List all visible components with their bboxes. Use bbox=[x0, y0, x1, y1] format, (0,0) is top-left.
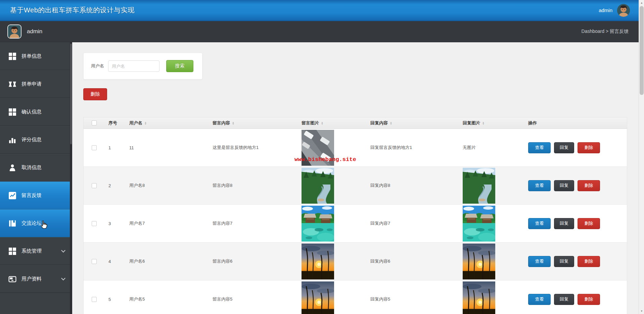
cell-num: 3 bbox=[104, 221, 125, 226]
sidebar-scrollbar[interactable] bbox=[70, 42, 72, 314]
reply-image[interactable] bbox=[463, 281, 495, 314]
bulk-delete-button[interactable]: 删除 bbox=[83, 88, 107, 100]
line-chart-icon bbox=[8, 192, 16, 200]
column-header-message[interactable]: 留言内容▲▼ bbox=[209, 120, 297, 126]
delete-button[interactable]: 删除 bbox=[578, 142, 600, 153]
chevron-down-icon bbox=[61, 248, 65, 253]
page-scrollbar[interactable]: ▲ ▼ bbox=[639, 0, 644, 314]
grid-icon bbox=[8, 108, 16, 116]
reply-button[interactable]: 回复 bbox=[554, 256, 574, 267]
reply-button[interactable]: 回复 bbox=[554, 294, 574, 305]
scrollbar-up-arrow-icon[interactable]: ▲ bbox=[639, 0, 644, 6]
column-header-num: 序号 bbox=[104, 120, 125, 126]
row-checkbox[interactable] bbox=[92, 221, 97, 226]
column-header-ops: 操作 bbox=[524, 120, 627, 126]
sidebar-item-user-profile[interactable]: 用户资料 bbox=[0, 265, 72, 293]
reply-image[interactable] bbox=[463, 168, 495, 204]
delete-button[interactable]: 删除 bbox=[578, 180, 600, 191]
sort-icon: ▲▼ bbox=[232, 121, 234, 125]
sidebar-item-label: 拼单申请 bbox=[21, 81, 42, 87]
message-image[interactable] bbox=[302, 206, 334, 242]
sidebar-scrollbar-thumb[interactable] bbox=[70, 44, 72, 144]
bar-chart-icon bbox=[8, 136, 16, 144]
reply-button[interactable]: 回复 bbox=[554, 180, 574, 191]
feedback-table: 序号 用户名▲▼ 留言内容▲▼ 留言图片▲▼ 回复内容▲▼ 回复图片▲▼ 操作 … bbox=[83, 117, 627, 314]
top-header-bar: 基于Web的出租车拼车系统的设计与实现 admin bbox=[0, 0, 639, 21]
delete-button[interactable]: 删除 bbox=[578, 218, 600, 229]
search-button[interactable]: 搜索 bbox=[166, 60, 193, 72]
ticket-icon bbox=[8, 80, 16, 88]
sidebar-username: admin bbox=[27, 28, 42, 35]
username-filter-input[interactable] bbox=[108, 60, 159, 72]
avatar[interactable] bbox=[7, 24, 21, 39]
message-image[interactable] bbox=[302, 168, 334, 204]
sidebar-item-cancel-info[interactable]: 取消信息 bbox=[0, 154, 72, 181]
reply-image[interactable] bbox=[463, 244, 495, 279]
scrollbar-thumb[interactable] bbox=[640, 6, 644, 95]
cell-message: 留言内容5 bbox=[209, 296, 297, 302]
cell-reply: 回复内容6 bbox=[366, 258, 459, 264]
cell-reply: 回复内容7 bbox=[366, 220, 459, 226]
delete-button[interactable]: 删除 bbox=[578, 256, 600, 267]
row-checkbox[interactable] bbox=[92, 145, 97, 150]
column-header-message-image[interactable]: 留言图片▲▼ bbox=[297, 120, 366, 126]
cell-message: 留言内容7 bbox=[209, 220, 297, 226]
table-row: 3 用户名7 留言内容7 回复内容7 查看 回复 删除 bbox=[84, 205, 627, 243]
sidebar-item-carpool-info[interactable]: 拼单信息 bbox=[0, 42, 72, 70]
delete-button[interactable]: 删除 bbox=[578, 294, 600, 305]
sidebar-item-label: 交流论坛 bbox=[21, 220, 42, 226]
reply-button[interactable]: 回复 bbox=[554, 218, 574, 229]
column-header-user[interactable]: 用户名▲▼ bbox=[125, 120, 209, 126]
app-title: 基于Web的出租车拼车系统的设计与实现 bbox=[10, 6, 134, 15]
sort-icon: ▲▼ bbox=[144, 121, 147, 125]
cell-message: 留言内容6 bbox=[209, 258, 297, 264]
sidebar-item-carpool-apply[interactable]: 拼单申请 bbox=[0, 70, 72, 98]
grid-icon bbox=[8, 52, 16, 60]
message-image[interactable] bbox=[302, 130, 334, 166]
view-button[interactable]: 查看 bbox=[528, 142, 551, 153]
cell-reply: 回复留言反馈的地方1 bbox=[366, 145, 459, 151]
cell-no-reply-image: 无图片 bbox=[459, 145, 524, 151]
table-row: 2 用户名8 留言内容8 回复内容8 查看 回复 删除 bbox=[84, 167, 627, 205]
sidebar-item-label: 确认信息 bbox=[21, 109, 42, 115]
breadcrumb: Dashboard > 留言反馈 bbox=[582, 29, 629, 35]
avatar[interactable] bbox=[617, 4, 630, 17]
sidebar-item-label: 用户资料 bbox=[21, 276, 42, 282]
username-filter-label: 用户名 bbox=[91, 63, 104, 69]
sidebar-item-message-feedback[interactable]: 留言反馈 bbox=[0, 181, 72, 209]
view-button[interactable]: 查看 bbox=[528, 256, 551, 267]
column-header-reply[interactable]: 回复内容▲▼ bbox=[366, 120, 459, 126]
scrollbar-down-arrow-icon[interactable]: ▼ bbox=[639, 308, 644, 314]
table-row: 5 用户名5 留言内容5 回复内容5 查看 回复 删除 bbox=[84, 280, 627, 314]
sidebar-item-rating-info[interactable]: 评分信息 bbox=[0, 126, 72, 154]
reply-button[interactable]: 回复 bbox=[554, 142, 574, 153]
user-bar: admin Dashboard > 留言反馈 bbox=[0, 21, 639, 42]
grid-icon bbox=[8, 247, 16, 255]
sidebar: 拼单信息 拼单申请 确认信息 评分信息 取消信息 留言反馈 交流论坛 系统管理 bbox=[0, 42, 72, 314]
sidebar-item-forum[interactable]: 交流论坛 bbox=[0, 209, 72, 237]
search-panel: 用户名 搜索 bbox=[83, 53, 202, 80]
view-button[interactable]: 查看 bbox=[528, 218, 551, 229]
row-checkbox[interactable] bbox=[92, 183, 97, 188]
table-row: 1 11 这里是留言反馈的地方1 回复留言反馈的地方1 无图片 查看 回复 删除 bbox=[84, 129, 627, 167]
reply-image[interactable] bbox=[463, 206, 495, 242]
view-button[interactable]: 查看 bbox=[528, 294, 551, 305]
sidebar-item-system-management[interactable]: 系统管理 bbox=[0, 237, 72, 265]
view-button[interactable]: 查看 bbox=[528, 180, 551, 191]
breadcrumb-separator: > bbox=[606, 29, 608, 34]
breadcrumb-root[interactable]: Dashboard bbox=[582, 29, 605, 34]
cell-num: 5 bbox=[104, 297, 125, 302]
select-all-checkbox[interactable] bbox=[92, 120, 97, 125]
sidebar-item-confirm-info[interactable]: 确认信息 bbox=[0, 98, 72, 126]
app-window: 基于Web的出租车拼车系统的设计与实现 admin admin Dashboar… bbox=[0, 0, 644, 314]
sort-icon: ▲▼ bbox=[390, 121, 392, 125]
row-checkbox[interactable] bbox=[92, 297, 97, 302]
row-checkbox[interactable] bbox=[92, 259, 97, 264]
column-header-reply-image[interactable]: 回复图片▲▼ bbox=[459, 120, 524, 126]
message-image[interactable] bbox=[302, 244, 334, 279]
message-image[interactable] bbox=[302, 281, 334, 314]
sort-icon: ▲▼ bbox=[482, 121, 485, 125]
main-content: 用户名 搜索 删除 序号 用户名▲▼ 留言内容▲▼ 留言图片▲▼ 回复内容▲▼ … bbox=[72, 42, 639, 314]
cell-username: 11 bbox=[125, 145, 209, 150]
sort-icon: ▲▼ bbox=[321, 121, 323, 125]
